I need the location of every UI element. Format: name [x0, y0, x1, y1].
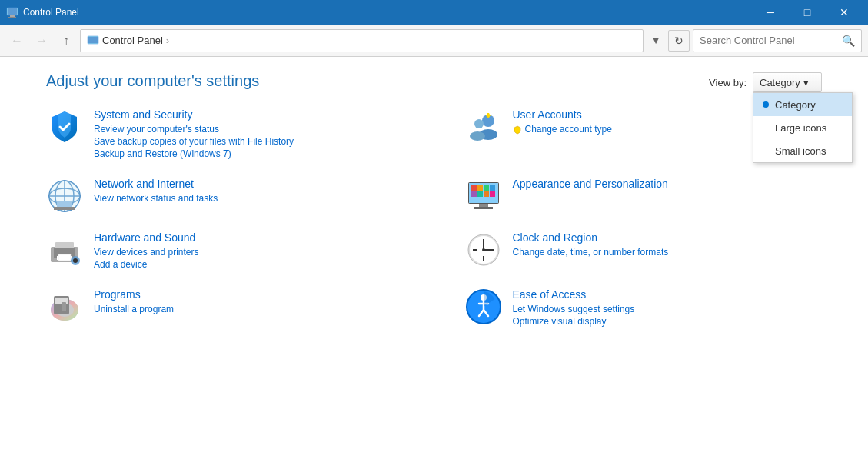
title-bar-text: Control Panel — [23, 7, 79, 18]
dropdown-item-label: Small icons — [775, 145, 826, 157]
svg-rect-33 — [55, 242, 74, 248]
unselected-dot — [763, 148, 769, 154]
svg-point-46 — [482, 248, 485, 251]
system-security-text: System and Security Review your computer… — [94, 108, 404, 161]
svg-rect-29 — [479, 204, 488, 207]
dropdown-item-large-icons[interactable]: Large icons — [753, 116, 852, 139]
system-security-link-2[interactable]: Save backup copies of your files with Fi… — [94, 136, 404, 147]
forward-button[interactable]: → — [31, 30, 52, 52]
svg-rect-18 — [54, 207, 75, 210]
svg-rect-27 — [484, 191, 489, 197]
svg-point-9 — [470, 131, 485, 141]
title-bar-left: Control Panel — [6, 6, 79, 18]
svg-rect-3 — [8, 17, 16, 18]
svg-point-37 — [73, 258, 78, 263]
clock-text: Clock and Region Change date, time, or n… — [513, 231, 823, 259]
category-programs: Programs Uninstall a program — [46, 288, 404, 328]
svg-rect-22 — [477, 185, 483, 191]
dropdown-item-label: Large icons — [775, 122, 826, 134]
hardware-title[interactable]: Hardware and Sound — [94, 231, 404, 244]
svg-rect-26 — [477, 191, 483, 197]
network-title[interactable]: Network and Internet — [94, 178, 404, 190]
category-system-security: System and Security Review your computer… — [46, 108, 404, 161]
view-by-dropdown: Category ▾ Category Large icons S — [753, 72, 822, 92]
svg-rect-24 — [490, 185, 495, 191]
refresh-button[interactable]: ↻ — [668, 30, 690, 52]
programs-link-1[interactable]: Uninstall a program — [94, 304, 404, 314]
address-path: Control Panel › — [80, 29, 644, 52]
minimize-button[interactable]: ─ — [753, 0, 788, 25]
svg-rect-5 — [88, 37, 98, 43]
network-icon — [46, 178, 83, 215]
programs-title[interactable]: Programs — [94, 288, 404, 301]
search-box: 🔍 — [693, 29, 862, 52]
title-bar: Control Panel ─ □ ✕ — [0, 0, 868, 25]
app-icon — [6, 6, 18, 18]
clock-link-1[interactable]: Change date, time, or number formats — [513, 247, 823, 258]
ease-of-access-link-2[interactable]: Optimize visual display — [513, 316, 823, 327]
ease-of-access-title[interactable]: Ease of Access — [513, 288, 823, 301]
maximize-button[interactable]: □ — [790, 0, 825, 25]
svg-rect-54 — [62, 302, 66, 311]
dropdown-item-small-icons[interactable]: Small icons — [753, 139, 852, 162]
view-by-button[interactable]: Category ▾ — [753, 72, 822, 92]
dropdown-arrow-icon: ▾ — [803, 77, 809, 88]
svg-point-8 — [474, 119, 484, 128]
clock-icon — [465, 231, 502, 268]
category-network: Network and Internet View network status… — [46, 178, 404, 215]
user-accounts-icon — [465, 108, 502, 145]
category-hardware: Hardware and Sound View devices and prin… — [46, 231, 404, 271]
view-by-label: View by: — [709, 77, 747, 88]
path-separator: › — [166, 35, 169, 46]
hardware-icon — [46, 231, 83, 268]
network-text: Network and Internet View network status… — [94, 178, 404, 205]
svg-rect-23 — [484, 185, 489, 191]
view-by: View by: Category ▾ Category Large icons — [709, 72, 822, 92]
category-appearance: Appearance and Personalization — [465, 178, 823, 215]
path-icon — [87, 35, 99, 47]
svg-rect-28 — [490, 191, 495, 197]
ease-of-access-link-1[interactable]: Let Windows suggest settings — [513, 304, 823, 314]
svg-rect-2 — [10, 15, 15, 17]
search-input[interactable] — [700, 35, 842, 46]
svg-rect-25 — [471, 191, 477, 197]
shield-small-icon — [513, 125, 522, 135]
category-ease-of-access: Ease of Access Let Windows suggest setti… — [465, 288, 823, 328]
back-button[interactable]: ← — [6, 30, 28, 52]
svg-rect-30 — [474, 207, 493, 209]
view-by-menu: Category Large icons Small icons — [753, 92, 853, 163]
unselected-dot — [763, 125, 769, 131]
appearance-text: Appearance and Personalization — [513, 178, 823, 193]
close-button[interactable]: ✕ — [826, 0, 862, 25]
page-title: Adjust your computer's settings — [46, 72, 822, 90]
hardware-text: Hardware and Sound View devices and prin… — [94, 231, 404, 271]
view-by-value: Category — [760, 77, 800, 88]
main-content: Adjust your computer's settings View by:… — [0, 57, 868, 459]
svg-rect-1 — [8, 8, 17, 15]
up-button[interactable]: ↑ — [55, 30, 77, 52]
content-area: Adjust your computer's settings View by:… — [0, 57, 868, 361]
appearance-title[interactable]: Appearance and Personalization — [513, 178, 823, 190]
category-clock: Clock and Region Change date, time, or n… — [465, 231, 823, 271]
selected-dot — [763, 101, 769, 108]
svg-rect-35 — [58, 254, 71, 261]
network-link-1[interactable]: View network status and tasks — [94, 193, 404, 204]
dropdown-item-category[interactable]: Category — [753, 93, 852, 116]
path-dropdown-button[interactable]: ▼ — [647, 30, 665, 52]
ease-of-access-text: Ease of Access Let Windows suggest setti… — [513, 288, 823, 328]
hardware-link-1[interactable]: View devices and printers — [94, 247, 404, 258]
title-bar-controls: ─ □ ✕ — [753, 0, 862, 25]
categories-grid: System and Security Review your computer… — [46, 108, 822, 345]
ease-of-access-icon — [465, 288, 502, 325]
programs-icon — [46, 288, 83, 325]
user-accounts-link-1[interactable]: Change account type — [525, 124, 612, 135]
clock-title[interactable]: Clock and Region — [513, 231, 823, 244]
dropdown-item-label: Category — [775, 99, 816, 111]
system-security-link-1[interactable]: Review your computer's status — [94, 124, 404, 135]
svg-rect-21 — [471, 185, 477, 191]
system-security-title[interactable]: System and Security — [94, 108, 404, 121]
hardware-link-2[interactable]: Add a device — [94, 259, 404, 270]
search-icon[interactable]: 🔍 — [842, 35, 855, 47]
system-security-link-3[interactable]: Backup and Restore (Windows 7) — [94, 148, 404, 159]
programs-text: Programs Uninstall a program — [94, 288, 404, 316]
